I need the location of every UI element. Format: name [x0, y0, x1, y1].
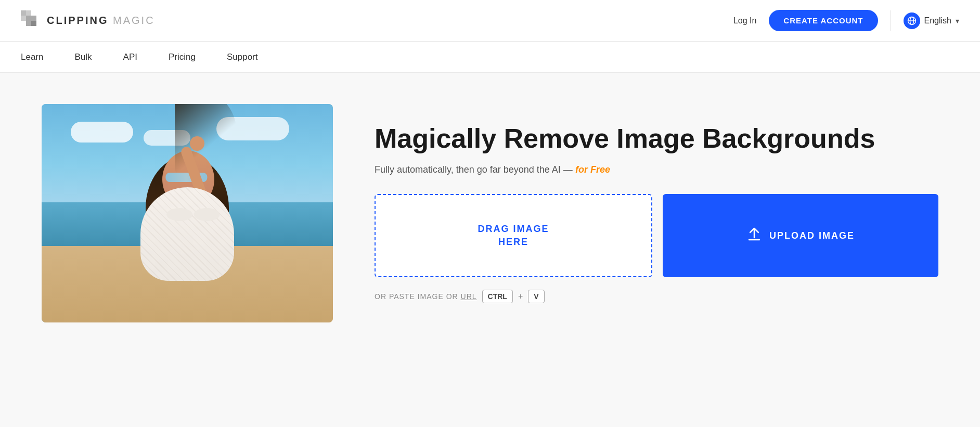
- svg-rect-2: [21, 10, 26, 16]
- header: CLIPPING MAGIC Log In CREATE ACCOUNT Eng…: [0, 0, 980, 42]
- plus-sign: +: [518, 292, 523, 301]
- logo-icon: [21, 10, 42, 31]
- nav-item-support[interactable]: Support: [227, 50, 258, 64]
- nav-item-learn[interactable]: Learn: [21, 50, 43, 64]
- svg-rect-3: [31, 21, 36, 26]
- login-link[interactable]: Log In: [733, 16, 756, 25]
- main-content: Magically Remove Image Backgrounds Fully…: [0, 73, 980, 354]
- upload-icon: [746, 226, 762, 245]
- left-shoulder: [166, 208, 192, 221]
- language-selector[interactable]: English ▾: [904, 12, 959, 29]
- paste-prefix: OR PASTE IMAGE OR URL: [375, 292, 477, 301]
- paste-url-link[interactable]: URL: [461, 292, 477, 301]
- language-label: English: [924, 16, 951, 25]
- drag-drop-zone[interactable]: DRAG IMAGE HERE: [375, 194, 652, 277]
- right-content: Magically Remove Image Backgrounds Fully…: [375, 123, 938, 304]
- header-divider: [891, 10, 891, 31]
- hero-subtitle: Fully automatically, then go far beyond …: [375, 164, 938, 175]
- drag-drop-label: DRAG IMAGE HERE: [478, 223, 549, 249]
- ctrl-key: CTRL: [482, 290, 513, 303]
- header-right: Log In CREATE ACCOUNT English ▾: [733, 10, 959, 31]
- hero-title: Magically Remove Image Backgrounds: [375, 123, 938, 154]
- create-account-button[interactable]: CREATE ACCOUNT: [769, 10, 878, 31]
- upload-button-label: UPLOAD IMAGE: [769, 230, 855, 241]
- subtitle-highlight: for Free: [575, 164, 610, 175]
- logo[interactable]: CLIPPING MAGIC: [21, 10, 155, 31]
- hero-image: [42, 104, 333, 322]
- nav: Learn Bulk API Pricing Support: [0, 42, 980, 73]
- nav-item-bulk[interactable]: Bulk: [74, 50, 92, 64]
- hand: [190, 136, 204, 151]
- v-key: V: [528, 290, 544, 303]
- nav-item-api[interactable]: API: [123, 50, 137, 64]
- paste-area: OR PASTE IMAGE OR URL CTRL + V: [375, 290, 938, 303]
- upload-area: DRAG IMAGE HERE UPLOAD IMAGE: [375, 194, 938, 277]
- right-shoulder: [194, 208, 220, 221]
- cloud-1: [71, 122, 133, 143]
- dress-texture: [140, 187, 234, 281]
- nav-item-pricing[interactable]: Pricing: [169, 50, 196, 64]
- globe-icon: [904, 12, 920, 29]
- chevron-down-icon: ▾: [956, 17, 959, 25]
- subtitle-prefix: Fully automatically, then go far beyond …: [375, 164, 573, 175]
- upload-image-button[interactable]: UPLOAD IMAGE: [663, 194, 938, 277]
- logo-text: CLIPPING MAGIC: [47, 15, 155, 27]
